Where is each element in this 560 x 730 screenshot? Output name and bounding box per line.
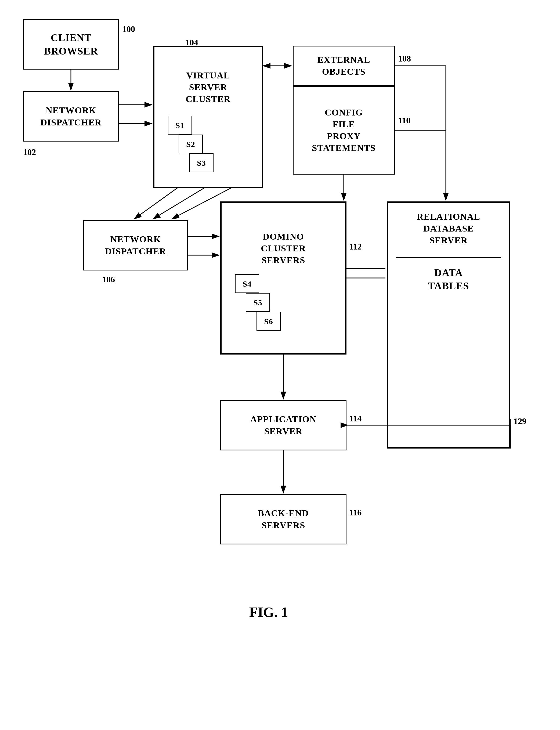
s1-box: S1 (168, 116, 192, 135)
domino-cluster-box: DOMINOCLUSTERSERVERS S4 S5 S6 (220, 201, 346, 355)
virtual-server-cluster-box: VIRTUALSERVERCLUSTER S1 S2 S3 (153, 46, 263, 188)
config-file-box: CONFIGFILEPROXYSTATEMENTS (293, 86, 395, 175)
s2-box: S2 (179, 135, 203, 153)
label-106: 106 (102, 274, 115, 284)
label-129: 129 (514, 416, 526, 426)
s5-box: S5 (246, 293, 270, 312)
fig-label: FIG. 1 (188, 604, 349, 620)
external-objects-box: EXTERNALOBJECTS (293, 46, 395, 86)
label-102: 102 (23, 147, 36, 157)
application-server-box: APPLICATIONSERVER (220, 400, 346, 450)
label-112: 112 (349, 242, 362, 252)
label-110: 110 (398, 115, 410, 125)
label-104: 104 (185, 38, 198, 48)
network-dispatcher-bottom-box: NETWORKDISPATCHER (83, 220, 188, 270)
svg-line-9 (134, 188, 177, 219)
svg-line-10 (153, 188, 204, 219)
s4-box: S4 (235, 274, 259, 293)
label-108: 108 (398, 54, 411, 64)
label-100: 100 (122, 24, 135, 34)
s3-box: S3 (189, 153, 214, 172)
back-end-servers-box: BACK-ENDSERVERS (220, 494, 346, 544)
diagram: CLIENTBROWSER 100 NETWORKDISPATCHER 102 … (0, 0, 560, 730)
network-dispatcher-top-box: NETWORKDISPATCHER (23, 91, 119, 142)
label-116: 116 (349, 508, 362, 518)
s6-box: S6 (256, 312, 281, 331)
label-114: 114 (349, 414, 362, 424)
relational-db-box: RELATIONALDATABASESERVER DATATABLES (387, 201, 510, 449)
client-browser-box: CLIENTBROWSER (23, 19, 119, 70)
